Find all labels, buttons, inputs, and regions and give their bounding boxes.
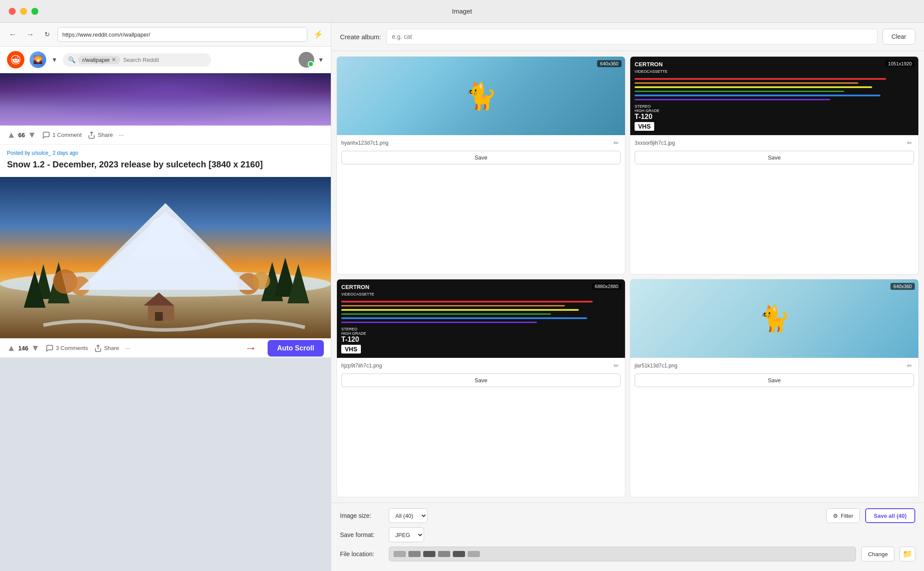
- share-button-bottom[interactable]: Share: [94, 344, 119, 352]
- image-filename-4: jiar51k13d7c1.png: [635, 363, 903, 369]
- save-all-button[interactable]: Save all (40): [865, 508, 915, 523]
- svg-point-19: [253, 272, 270, 289]
- upvote-bottom[interactable]: ▲: [7, 343, 16, 353]
- right-top-bar: Create album: Clear: [331, 23, 924, 51]
- right-bottom-bar: Image size: All (40) Small Medium Large …: [331, 503, 924, 571]
- forward-button[interactable]: →: [24, 28, 37, 41]
- image-grid: 640x360 hyanhx123d7c1.png ✏ Save 1051x19…: [331, 51, 924, 503]
- user-avatar: [299, 52, 314, 68]
- url-input[interactable]: [58, 27, 307, 42]
- share-button-top[interactable]: Share: [88, 131, 113, 139]
- save-button-1[interactable]: Save: [341, 151, 621, 164]
- browser-content[interactable]: ▲ 66 ▼ 1 Comment Share ··· Posted by u/s…: [0, 73, 331, 571]
- path-segment: [468, 551, 480, 557]
- svg-marker-6: [109, 216, 222, 282]
- vhs-stripe: [635, 95, 880, 96]
- subreddit-tag-text: r/wallpaper: [82, 57, 110, 63]
- filter-button[interactable]: ⚙ Filter: [826, 508, 860, 523]
- address-bar: ← → ↻ ⚡: [0, 23, 331, 47]
- path-segment: [408, 551, 421, 557]
- svg-point-4: [148, 216, 183, 251]
- image-card-footer-4: jiar51k13d7c1.png ✏: [630, 358, 918, 374]
- post-actions-bottom: ▲ 146 ▼ 3 Comments Share ··· Auto Scroll: [0, 338, 331, 357]
- save-format-row: Save format: JPEG PNG WEBP: [340, 527, 915, 542]
- subreddit-icon: 🌄: [30, 51, 46, 68]
- reload-button[interactable]: ↻: [41, 28, 53, 41]
- downvote-top[interactable]: ▼: [27, 130, 36, 140]
- close-button[interactable]: [9, 8, 16, 15]
- image-card-footer-1: hyanhx123d7c1.png ✏: [337, 135, 625, 151]
- image-filename-3: hjzp9t7iih7c1.png: [341, 363, 609, 369]
- comment-button-top[interactable]: 1 Comment: [42, 131, 82, 139]
- save-format-select[interactable]: JPEG PNG WEBP: [389, 527, 424, 542]
- size-badge-1: 640x360: [597, 60, 622, 67]
- post-author: Posted by u/sulce_ 2 days ago: [7, 150, 324, 156]
- image-card: 6880x2880 CERTRONVIDEOCASSETTE STEREOHIG…: [336, 279, 625, 497]
- vhs-stripe: [341, 301, 593, 302]
- window-controls: [9, 8, 38, 15]
- edit-filename-4[interactable]: ✏: [905, 361, 914, 370]
- right-panel: Create album: Clear 640x360 hyanhx123d7c…: [331, 23, 924, 571]
- edit-filename-3[interactable]: ✏: [612, 361, 621, 370]
- vhs-stripe: [341, 309, 579, 311]
- maximize-button[interactable]: [31, 8, 38, 15]
- vhs-stripe: [635, 82, 858, 84]
- vhs-stripe: [635, 78, 886, 80]
- downvote-bottom[interactable]: ▼: [31, 343, 40, 353]
- save-format-label: Save format:: [340, 531, 384, 538]
- wallpaper-image: [0, 177, 331, 338]
- vhs-stripe: [341, 322, 537, 323]
- path-segment: [453, 551, 465, 557]
- search-icon: 🔍: [68, 56, 75, 63]
- comment-button-bottom[interactable]: 3 Comments: [46, 344, 88, 352]
- path-segment: [423, 551, 435, 557]
- auto-scroll-button[interactable]: Auto Scroll: [268, 340, 324, 357]
- vhs-title: CERTRONVIDEOCASSETTE: [635, 61, 668, 74]
- minimize-button[interactable]: [20, 8, 27, 15]
- more-button-top[interactable]: ···: [119, 132, 124, 138]
- subreddit-tag: r/wallpaper ✕: [78, 56, 121, 64]
- image-card-footer-2: 3xxsor8jih7c1.jpg ✏: [630, 135, 918, 151]
- vote-section-bottom: ▲ 146 ▼: [7, 343, 40, 353]
- vote-section-top: ▲ 66 ▼: [7, 130, 36, 140]
- filter-icon: ⚙: [833, 513, 838, 519]
- subreddit-tag-close[interactable]: ✕: [112, 57, 116, 63]
- folder-icon-button[interactable]: 📁: [900, 547, 915, 561]
- file-location-row: File location: Change 📁: [340, 547, 915, 561]
- subreddit-dropdown[interactable]: ▼: [51, 56, 58, 63]
- edit-filename-2[interactable]: ✏: [905, 139, 914, 147]
- image-thumbnail-1: 640x360: [337, 57, 625, 135]
- save-button-2[interactable]: Save: [635, 151, 914, 164]
- image-thumbnail-2: 1051x1920 CERTRONVIDEOCASSETTE STEREOHIG…: [630, 57, 918, 135]
- image-size-label: Image size:: [340, 512, 384, 519]
- vhs-stripe: [635, 99, 830, 101]
- image-thumbnail-4: 640x360: [630, 279, 918, 358]
- change-location-button[interactable]: Change: [861, 547, 894, 561]
- album-input[interactable]: [386, 29, 877, 44]
- path-segment: [438, 551, 450, 557]
- svg-rect-22: [155, 312, 163, 321]
- save-button-4[interactable]: Save: [635, 374, 914, 387]
- reddit-nav-right: ▼: [299, 52, 324, 68]
- svg-marker-5: [87, 203, 244, 282]
- user-dropdown[interactable]: ▼: [318, 56, 324, 63]
- upvote-top[interactable]: ▲: [7, 130, 16, 140]
- vhs-stripe: [341, 317, 587, 319]
- search-bar[interactable]: 🔍 r/wallpaper ✕: [63, 53, 211, 67]
- edit-filename-1[interactable]: ✏: [612, 139, 621, 147]
- search-input[interactable]: [123, 57, 196, 63]
- post-meta: Posted by u/sulce_ 2 days ago Snow 1.2 -…: [0, 145, 331, 177]
- more-button-bottom[interactable]: ···: [125, 345, 130, 351]
- save-button-3[interactable]: Save: [341, 374, 621, 387]
- image-size-select[interactable]: All (40) Small Medium Large: [389, 508, 428, 523]
- back-button[interactable]: ←: [6, 28, 19, 41]
- bookmark-button[interactable]: ⚡: [312, 28, 325, 41]
- arrow-indicator: [245, 341, 257, 355]
- size-badge-2: 1051x1920: [885, 60, 915, 67]
- titlebar: Imaget: [0, 0, 924, 23]
- image-card: 1051x1920 CERTRONVIDEOCASSETTE STEREOHIG…: [630, 56, 919, 275]
- image-size-row: Image size: All (40) Small Medium Large …: [340, 508, 915, 523]
- clear-button[interactable]: Clear: [883, 29, 915, 44]
- svg-point-17: [71, 276, 90, 296]
- path-segment: [394, 551, 406, 557]
